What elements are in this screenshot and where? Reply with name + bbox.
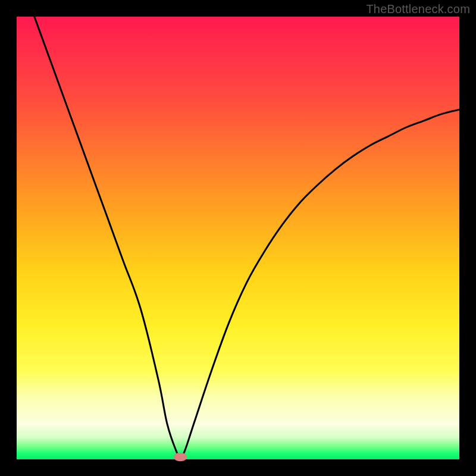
curve-path (35, 17, 459, 457)
watermark-text: TheBottleneck.com (366, 2, 470, 16)
curve-svg (17, 17, 459, 459)
plot-area (17, 17, 459, 459)
optimum-marker (174, 453, 187, 461)
chart-frame: TheBottleneck.com (0, 0, 476, 476)
